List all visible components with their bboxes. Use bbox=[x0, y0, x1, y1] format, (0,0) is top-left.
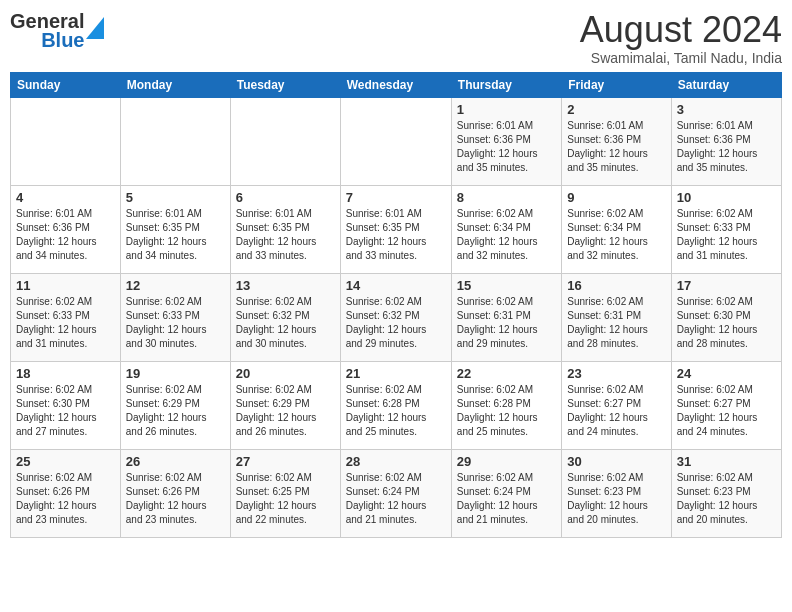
day-cell: 4Sunrise: 6:01 AM Sunset: 6:36 PM Daylig… bbox=[11, 185, 121, 273]
day-cell bbox=[340, 97, 451, 185]
day-info: Sunrise: 6:01 AM Sunset: 6:35 PM Dayligh… bbox=[346, 207, 446, 263]
day-cell: 6Sunrise: 6:01 AM Sunset: 6:35 PM Daylig… bbox=[230, 185, 340, 273]
week-row-4: 18Sunrise: 6:02 AM Sunset: 6:30 PM Dayli… bbox=[11, 361, 782, 449]
title-block: August 2024 Swamimalai, Tamil Nadu, Indi… bbox=[580, 10, 782, 66]
weekday-header-monday: Monday bbox=[120, 72, 230, 97]
day-cell: 1Sunrise: 6:01 AM Sunset: 6:36 PM Daylig… bbox=[451, 97, 561, 185]
day-cell: 27Sunrise: 6:02 AM Sunset: 6:25 PM Dayli… bbox=[230, 449, 340, 537]
day-number: 10 bbox=[677, 190, 776, 205]
day-number: 14 bbox=[346, 278, 446, 293]
day-cell: 23Sunrise: 6:02 AM Sunset: 6:27 PM Dayli… bbox=[562, 361, 671, 449]
day-info: Sunrise: 6:02 AM Sunset: 6:25 PM Dayligh… bbox=[236, 471, 335, 527]
day-number: 3 bbox=[677, 102, 776, 117]
page-header: General Blue August 2024 Swamimalai, Tam… bbox=[10, 10, 782, 66]
day-cell: 30Sunrise: 6:02 AM Sunset: 6:23 PM Dayli… bbox=[562, 449, 671, 537]
day-cell: 28Sunrise: 6:02 AM Sunset: 6:24 PM Dayli… bbox=[340, 449, 451, 537]
day-cell: 22Sunrise: 6:02 AM Sunset: 6:28 PM Dayli… bbox=[451, 361, 561, 449]
day-number: 27 bbox=[236, 454, 335, 469]
day-info: Sunrise: 6:01 AM Sunset: 6:36 PM Dayligh… bbox=[16, 207, 115, 263]
day-number: 4 bbox=[16, 190, 115, 205]
day-info: Sunrise: 6:02 AM Sunset: 6:26 PM Dayligh… bbox=[126, 471, 225, 527]
day-info: Sunrise: 6:02 AM Sunset: 6:24 PM Dayligh… bbox=[346, 471, 446, 527]
day-cell: 19Sunrise: 6:02 AM Sunset: 6:29 PM Dayli… bbox=[120, 361, 230, 449]
day-info: Sunrise: 6:02 AM Sunset: 6:29 PM Dayligh… bbox=[126, 383, 225, 439]
day-info: Sunrise: 6:02 AM Sunset: 6:28 PM Dayligh… bbox=[457, 383, 556, 439]
day-cell: 7Sunrise: 6:01 AM Sunset: 6:35 PM Daylig… bbox=[340, 185, 451, 273]
day-info: Sunrise: 6:02 AM Sunset: 6:24 PM Dayligh… bbox=[457, 471, 556, 527]
calendar-table: SundayMondayTuesdayWednesdayThursdayFrid… bbox=[10, 72, 782, 538]
day-info: Sunrise: 6:02 AM Sunset: 6:34 PM Dayligh… bbox=[567, 207, 665, 263]
location-title: Swamimalai, Tamil Nadu, India bbox=[580, 50, 782, 66]
day-cell bbox=[11, 97, 121, 185]
day-info: Sunrise: 6:01 AM Sunset: 6:36 PM Dayligh… bbox=[677, 119, 776, 175]
week-row-5: 25Sunrise: 6:02 AM Sunset: 6:26 PM Dayli… bbox=[11, 449, 782, 537]
logo-triangle-icon bbox=[86, 17, 104, 39]
day-info: Sunrise: 6:02 AM Sunset: 6:31 PM Dayligh… bbox=[457, 295, 556, 351]
day-number: 8 bbox=[457, 190, 556, 205]
month-title: August 2024 bbox=[580, 10, 782, 50]
day-number: 31 bbox=[677, 454, 776, 469]
week-row-1: 1Sunrise: 6:01 AM Sunset: 6:36 PM Daylig… bbox=[11, 97, 782, 185]
day-info: Sunrise: 6:02 AM Sunset: 6:30 PM Dayligh… bbox=[16, 383, 115, 439]
weekday-header-saturday: Saturday bbox=[671, 72, 781, 97]
day-number: 2 bbox=[567, 102, 665, 117]
day-info: Sunrise: 6:01 AM Sunset: 6:35 PM Dayligh… bbox=[236, 207, 335, 263]
weekday-header-sunday: Sunday bbox=[11, 72, 121, 97]
day-cell bbox=[230, 97, 340, 185]
day-info: Sunrise: 6:02 AM Sunset: 6:28 PM Dayligh… bbox=[346, 383, 446, 439]
day-cell: 8Sunrise: 6:02 AM Sunset: 6:34 PM Daylig… bbox=[451, 185, 561, 273]
weekday-header-tuesday: Tuesday bbox=[230, 72, 340, 97]
logo: General Blue bbox=[10, 10, 104, 52]
day-info: Sunrise: 6:01 AM Sunset: 6:36 PM Dayligh… bbox=[567, 119, 665, 175]
day-info: Sunrise: 6:02 AM Sunset: 6:33 PM Dayligh… bbox=[126, 295, 225, 351]
day-info: Sunrise: 6:02 AM Sunset: 6:33 PM Dayligh… bbox=[677, 207, 776, 263]
day-cell: 20Sunrise: 6:02 AM Sunset: 6:29 PM Dayli… bbox=[230, 361, 340, 449]
day-info: Sunrise: 6:02 AM Sunset: 6:32 PM Dayligh… bbox=[236, 295, 335, 351]
day-info: Sunrise: 6:02 AM Sunset: 6:27 PM Dayligh… bbox=[567, 383, 665, 439]
day-cell: 2Sunrise: 6:01 AM Sunset: 6:36 PM Daylig… bbox=[562, 97, 671, 185]
day-number: 24 bbox=[677, 366, 776, 381]
weekday-header-friday: Friday bbox=[562, 72, 671, 97]
day-cell: 25Sunrise: 6:02 AM Sunset: 6:26 PM Dayli… bbox=[11, 449, 121, 537]
week-row-3: 11Sunrise: 6:02 AM Sunset: 6:33 PM Dayli… bbox=[11, 273, 782, 361]
day-number: 20 bbox=[236, 366, 335, 381]
day-number: 17 bbox=[677, 278, 776, 293]
day-number: 21 bbox=[346, 366, 446, 381]
day-number: 19 bbox=[126, 366, 225, 381]
day-number: 6 bbox=[236, 190, 335, 205]
day-info: Sunrise: 6:02 AM Sunset: 6:31 PM Dayligh… bbox=[567, 295, 665, 351]
day-info: Sunrise: 6:02 AM Sunset: 6:33 PM Dayligh… bbox=[16, 295, 115, 351]
day-number: 29 bbox=[457, 454, 556, 469]
day-number: 30 bbox=[567, 454, 665, 469]
day-cell: 14Sunrise: 6:02 AM Sunset: 6:32 PM Dayli… bbox=[340, 273, 451, 361]
day-number: 22 bbox=[457, 366, 556, 381]
day-number: 18 bbox=[16, 366, 115, 381]
day-cell: 16Sunrise: 6:02 AM Sunset: 6:31 PM Dayli… bbox=[562, 273, 671, 361]
day-cell: 5Sunrise: 6:01 AM Sunset: 6:35 PM Daylig… bbox=[120, 185, 230, 273]
day-cell: 17Sunrise: 6:02 AM Sunset: 6:30 PM Dayli… bbox=[671, 273, 781, 361]
day-number: 13 bbox=[236, 278, 335, 293]
day-cell: 12Sunrise: 6:02 AM Sunset: 6:33 PM Dayli… bbox=[120, 273, 230, 361]
day-info: Sunrise: 6:02 AM Sunset: 6:26 PM Dayligh… bbox=[16, 471, 115, 527]
day-info: Sunrise: 6:02 AM Sunset: 6:23 PM Dayligh… bbox=[677, 471, 776, 527]
day-cell: 11Sunrise: 6:02 AM Sunset: 6:33 PM Dayli… bbox=[11, 273, 121, 361]
day-number: 16 bbox=[567, 278, 665, 293]
weekday-header-row: SundayMondayTuesdayWednesdayThursdayFrid… bbox=[11, 72, 782, 97]
logo-blue: Blue bbox=[41, 29, 84, 52]
day-cell: 29Sunrise: 6:02 AM Sunset: 6:24 PM Dayli… bbox=[451, 449, 561, 537]
day-info: Sunrise: 6:01 AM Sunset: 6:36 PM Dayligh… bbox=[457, 119, 556, 175]
day-cell: 31Sunrise: 6:02 AM Sunset: 6:23 PM Dayli… bbox=[671, 449, 781, 537]
svg-marker-0 bbox=[86, 17, 104, 39]
day-info: Sunrise: 6:02 AM Sunset: 6:27 PM Dayligh… bbox=[677, 383, 776, 439]
day-cell: 26Sunrise: 6:02 AM Sunset: 6:26 PM Dayli… bbox=[120, 449, 230, 537]
day-cell: 10Sunrise: 6:02 AM Sunset: 6:33 PM Dayli… bbox=[671, 185, 781, 273]
day-number: 9 bbox=[567, 190, 665, 205]
day-number: 7 bbox=[346, 190, 446, 205]
day-info: Sunrise: 6:01 AM Sunset: 6:35 PM Dayligh… bbox=[126, 207, 225, 263]
day-cell: 13Sunrise: 6:02 AM Sunset: 6:32 PM Dayli… bbox=[230, 273, 340, 361]
day-cell bbox=[120, 97, 230, 185]
day-number: 12 bbox=[126, 278, 225, 293]
day-number: 23 bbox=[567, 366, 665, 381]
day-number: 1 bbox=[457, 102, 556, 117]
day-number: 11 bbox=[16, 278, 115, 293]
